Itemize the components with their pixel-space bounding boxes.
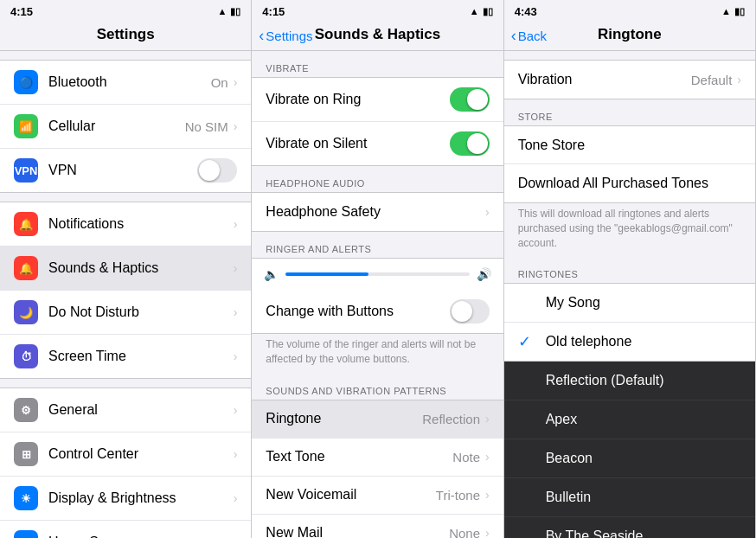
volume-low-icon: 🔈 [264, 267, 279, 281]
bulletin-label: Bulletin [546, 490, 591, 505]
ringer-group: 🔈 🔊 Change with Buttons [252, 258, 503, 334]
volume-high-icon: 🔊 [477, 267, 491, 281]
bulletin-item[interactable]: ✓ Bulletin [504, 478, 755, 517]
settings-item-notifications[interactable]: 🔔Notifications› [0, 202, 251, 247]
sounds-label: Sounds & Haptics [48, 260, 234, 276]
beacon-label: Beacon [546, 451, 593, 466]
ringtone-label: Ringtone [266, 411, 422, 426]
cellular-value: No SIM [185, 119, 228, 134]
status-icons-2: ▲ ▮▯ [470, 6, 493, 17]
vibration-item[interactable]: Vibration Default › [504, 61, 755, 99]
vibrate-ring-item[interactable]: Vibrate on Ring [252, 78, 503, 122]
old-telephone-checkmark: ✓ [518, 332, 539, 351]
text-tone-item[interactable]: Text Tone Note › [252, 439, 503, 477]
ringer-header: RINGER AND ALERTS [252, 240, 503, 258]
cellular-label: Cellular [48, 118, 185, 134]
battery-icon: ▮▯ [230, 6, 240, 17]
ringer-section: RINGER AND ALERTS 🔈 🔊 Change with Button… [252, 240, 503, 374]
beacon-item[interactable]: ✓ Beacon [504, 439, 755, 478]
tone-store-item[interactable]: Tone Store [504, 126, 755, 164]
homescreen-icon: ⊞ [14, 530, 38, 538]
headphone-safety-label: Headphone Safety [266, 204, 485, 220]
patterns-header: SOUNDS AND VIBRATION PATTERNS [252, 382, 503, 400]
notifications-chevron: › [234, 217, 238, 231]
screentime-chevron: › [234, 349, 238, 363]
my-song-label: My Song [546, 295, 600, 311]
status-icons-3: ▲ ▮▯ [721, 6, 745, 17]
text-tone-label: Text Tone [266, 449, 452, 464]
patterns-section: SOUNDS AND VIBRATION PATTERNS Ringtone R… [252, 382, 503, 538]
vibration-group: Vibration Default › [504, 60, 755, 99]
sounds-nav: ‹ Settings Sounds & Haptics [252, 21, 503, 51]
new-voicemail-item[interactable]: New Voicemail Tri-tone › [252, 477, 503, 515]
new-voicemail-value: Tri-tone [436, 488, 480, 503]
screentime-icon: ⏱ [14, 344, 38, 368]
sounds-icon: 🔔 [14, 256, 38, 280]
new-mail-item[interactable]: New Mail None › [252, 515, 503, 538]
settings-item-homescreen[interactable]: ⊞Home Screen› [0, 521, 251, 538]
ringtone-back-button[interactable]: ‹ Back [511, 28, 547, 43]
battery-icon-2: ▮▯ [483, 6, 493, 17]
cellular-icon: 📶 [14, 114, 38, 138]
ringtone-content: Vibration Default › STORE Tone Store Dow… [504, 51, 755, 538]
ringtone-item[interactable]: Ringtone Reflection › [252, 400, 503, 439]
my-song-item[interactable]: ✓ My Song [504, 284, 755, 323]
vibrate-ring-toggle[interactable] [450, 87, 490, 112]
headphone-safety-item[interactable]: Headphone Safety › [252, 193, 503, 231]
notifications-label: Notifications [48, 216, 234, 232]
apex-item[interactable]: ✓ Apex [504, 400, 755, 439]
ringer-helper-text: The volume of the ringer and alerts will… [252, 334, 503, 374]
vpn-icon: VPN [14, 158, 38, 183]
battery-icon-3: ▮▯ [734, 6, 745, 17]
vpn-toggle[interactable] [197, 158, 237, 183]
vibrate-silent-item[interactable]: Vibrate on Silent [252, 122, 503, 165]
apex-label: Apex [546, 412, 577, 427]
notifications-icon: 🔔 [14, 212, 38, 236]
bluetooth-value: On [211, 75, 228, 90]
ringtone-back-label: Back [518, 29, 547, 43]
patterns-group: Ringtone Reflection › Text Tone Note › N… [252, 400, 503, 538]
settings-item-screentime[interactable]: ⏱Screen Time› [0, 335, 251, 378]
headphone-section: HEADPHONE AUDIO Headphone Safety › [252, 175, 503, 232]
settings-item-general[interactable]: ⚙General› [0, 388, 251, 432]
settings-item-bluetooth[interactable]: 🔵BluetoothOn› [0, 61, 251, 105]
display-label: Display & Brightness [48, 490, 234, 506]
change-buttons-item[interactable]: Change with Buttons [252, 290, 503, 333]
reflection-label: Reflection (Default) [546, 373, 664, 388]
vibrate-section: VIBRATE Vibrate on Ring Vibrate on Silen… [252, 60, 503, 166]
sounds-chevron: › [234, 261, 238, 275]
settings-item-display[interactable]: ☀Display & Brightness› [0, 477, 251, 521]
back-chevron-icon: ‹ [259, 28, 264, 43]
by-the-seaside-item[interactable]: ✓ By The Seaside [504, 517, 755, 538]
settings-item-dnd[interactable]: 🌙Do Not Disturb› [0, 291, 251, 335]
sounds-title: Sounds & Haptics [315, 26, 440, 42]
new-voicemail-label: New Voicemail [266, 487, 436, 503]
store-header: STORE [504, 108, 755, 125]
wifi-icon-3: ▲ [721, 6, 731, 16]
reflection-item[interactable]: ✓ Reflection (Default) [504, 362, 755, 400]
vibrate-silent-toggle[interactable] [450, 131, 490, 156]
headphone-group: Headphone Safety › [252, 192, 503, 232]
cellular-chevron: › [234, 119, 238, 133]
ringer-slider-track[interactable] [285, 272, 469, 276]
settings-item-cellular[interactable]: 📶CellularNo SIM› [0, 105, 251, 149]
settings-item-controlcenter[interactable]: ⊞Control Center› [0, 432, 251, 477]
time-1: 4:15 [10, 5, 33, 18]
general-label: General [48, 402, 234, 418]
sounds-back-button[interactable]: ‹ Settings [259, 28, 312, 43]
dnd-icon: 🌙 [14, 300, 38, 324]
settings-item-sounds[interactable]: 🔔Sounds & Haptics› [0, 247, 251, 291]
ringer-slider-fill [285, 272, 368, 276]
ringtones-header: RINGTONES [504, 266, 755, 283]
download-all-item[interactable]: Download All Purchased Tones [504, 164, 755, 202]
controlcenter-label: Control Center [48, 446, 234, 462]
settings-list[interactable]: 🔵BluetoothOn›📶CellularNo SIM›VPNVPN🔔Noti… [0, 51, 251, 538]
vibration-value: Default [691, 73, 733, 87]
change-buttons-toggle[interactable] [450, 299, 490, 323]
settings-panel: 4:15 ▲ ▮▯ Settings 🔵BluetoothOn›📶Cellula… [0, 0, 252, 538]
sounds-back-label: Settings [266, 29, 312, 43]
old-telephone-item[interactable]: ✓ Old telephone [504, 323, 755, 361]
ringtone-title: Ringtone [598, 26, 662, 42]
sounds-content: VIBRATE Vibrate on Ring Vibrate on Silen… [252, 51, 503, 538]
settings-item-vpn[interactable]: VPNVPN [0, 149, 251, 192]
